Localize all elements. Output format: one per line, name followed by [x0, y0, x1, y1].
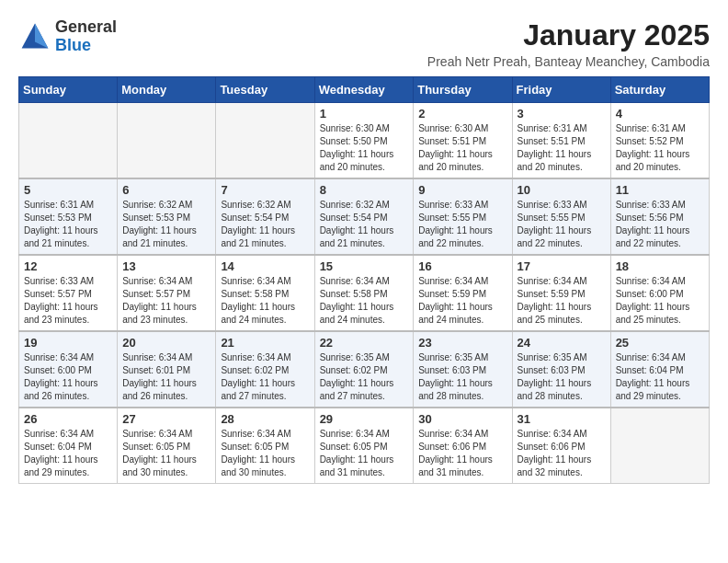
day-number: 8 [320, 183, 409, 197]
day-info: Sunrise: 6:34 AM Sunset: 6:04 PM Dayligh… [616, 351, 704, 403]
calendar-cell: 25Sunrise: 6:34 AM Sunset: 6:04 PM Dayli… [610, 331, 709, 408]
calendar-cell: 2Sunrise: 6:30 AM Sunset: 5:51 PM Daylig… [414, 103, 512, 179]
day-number: 16 [418, 259, 506, 273]
day-info: Sunrise: 6:34 AM Sunset: 6:06 PM Dayligh… [518, 428, 606, 479]
calendar-cell: 30Sunrise: 6:34 AM Sunset: 6:06 PM Dayli… [414, 408, 512, 484]
calendar-cell: 4Sunrise: 6:31 AM Sunset: 5:52 PM Daylig… [610, 103, 709, 179]
day-info: Sunrise: 6:33 AM Sunset: 5:57 PM Dayligh… [24, 275, 112, 327]
day-info: Sunrise: 6:33 AM Sunset: 5:55 PM Dayligh… [418, 199, 506, 250]
calendar-table: SundayMondayTuesdayWednesdayThursdayFrid… [18, 76, 710, 484]
calendar-cell: 14Sunrise: 6:34 AM Sunset: 5:58 PM Dayli… [216, 255, 314, 331]
day-number: 27 [122, 412, 210, 426]
calendar-cell: 22Sunrise: 6:35 AM Sunset: 6:02 PM Dayli… [314, 331, 414, 408]
day-number: 4 [616, 107, 704, 121]
day-info: Sunrise: 6:31 AM Sunset: 5:53 PM Dayligh… [24, 199, 112, 250]
day-number: 2 [418, 107, 506, 121]
calendar-cell: 20Sunrise: 6:34 AM Sunset: 6:01 PM Dayli… [118, 331, 216, 408]
day-number: 11 [616, 183, 704, 197]
calendar-cell: 6Sunrise: 6:32 AM Sunset: 5:53 PM Daylig… [118, 178, 216, 255]
day-number: 31 [518, 412, 606, 426]
day-info: Sunrise: 6:30 AM Sunset: 5:51 PM Dayligh… [418, 122, 506, 174]
day-info: Sunrise: 6:33 AM Sunset: 5:56 PM Dayligh… [616, 199, 704, 250]
day-number: 5 [24, 183, 112, 197]
calendar-cell: 17Sunrise: 6:34 AM Sunset: 5:59 PM Dayli… [512, 255, 610, 331]
day-number: 9 [418, 183, 506, 197]
weekday-header-saturday: Saturday [610, 77, 709, 103]
calendar-cell: 3Sunrise: 6:31 AM Sunset: 5:51 PM Daylig… [512, 103, 610, 179]
calendar-cell: 9Sunrise: 6:33 AM Sunset: 5:55 PM Daylig… [414, 178, 512, 255]
calendar-cell: 5Sunrise: 6:31 AM Sunset: 5:53 PM Daylig… [19, 178, 118, 255]
day-number: 26 [24, 412, 112, 426]
logo-text: General Blue [55, 18, 117, 55]
day-info: Sunrise: 6:31 AM Sunset: 5:52 PM Dayligh… [616, 122, 704, 174]
weekday-header-monday: Monday [118, 77, 216, 103]
day-info: Sunrise: 6:34 AM Sunset: 5:58 PM Dayligh… [221, 275, 309, 327]
day-number: 24 [518, 336, 606, 350]
calendar-cell [610, 408, 709, 484]
day-info: Sunrise: 6:34 AM Sunset: 6:04 PM Dayligh… [24, 428, 112, 479]
calendar-cell: 19Sunrise: 6:34 AM Sunset: 6:00 PM Dayli… [19, 331, 118, 408]
day-number: 7 [221, 183, 309, 197]
calendar-cell [19, 103, 118, 179]
day-number: 15 [320, 259, 409, 273]
calendar-week-row: 5Sunrise: 6:31 AM Sunset: 5:53 PM Daylig… [19, 178, 710, 255]
page-header: General Blue January 2025 Preah Netr Pre… [18, 18, 710, 69]
day-number: 22 [320, 336, 409, 350]
calendar-cell: 11Sunrise: 6:33 AM Sunset: 5:56 PM Dayli… [610, 178, 709, 255]
day-number: 17 [518, 259, 606, 273]
day-info: Sunrise: 6:32 AM Sunset: 5:54 PM Dayligh… [320, 199, 409, 250]
day-info: Sunrise: 6:32 AM Sunset: 5:53 PM Dayligh… [122, 199, 210, 250]
logo-icon [18, 20, 51, 53]
weekday-header-thursday: Thursday [414, 77, 512, 103]
day-info: Sunrise: 6:34 AM Sunset: 6:00 PM Dayligh… [616, 275, 704, 327]
calendar-cell: 18Sunrise: 6:34 AM Sunset: 6:00 PM Dayli… [610, 255, 709, 331]
day-info: Sunrise: 6:34 AM Sunset: 5:57 PM Dayligh… [122, 275, 210, 327]
calendar-cell: 8Sunrise: 6:32 AM Sunset: 5:54 PM Daylig… [314, 178, 414, 255]
day-info: Sunrise: 6:32 AM Sunset: 5:54 PM Dayligh… [221, 199, 309, 250]
day-info: Sunrise: 6:34 AM Sunset: 6:06 PM Dayligh… [418, 428, 506, 479]
calendar-cell: 7Sunrise: 6:32 AM Sunset: 5:54 PM Daylig… [216, 178, 314, 255]
day-number: 20 [122, 336, 210, 350]
weekday-header-row: SundayMondayTuesdayWednesdayThursdayFrid… [19, 77, 710, 103]
day-info: Sunrise: 6:34 AM Sunset: 6:05 PM Dayligh… [122, 428, 210, 479]
day-number: 18 [616, 259, 704, 273]
day-info: Sunrise: 6:34 AM Sunset: 5:59 PM Dayligh… [418, 275, 506, 327]
day-info: Sunrise: 6:35 AM Sunset: 6:03 PM Dayligh… [418, 351, 506, 403]
day-number: 3 [518, 107, 606, 121]
calendar-week-row: 1Sunrise: 6:30 AM Sunset: 5:50 PM Daylig… [19, 103, 710, 179]
day-info: Sunrise: 6:34 AM Sunset: 6:00 PM Dayligh… [24, 351, 112, 403]
calendar-cell: 28Sunrise: 6:34 AM Sunset: 6:05 PM Dayli… [216, 408, 314, 484]
day-number: 6 [122, 183, 210, 197]
day-number: 30 [418, 412, 506, 426]
day-number: 28 [221, 412, 309, 426]
calendar-cell: 15Sunrise: 6:34 AM Sunset: 5:58 PM Dayli… [314, 255, 414, 331]
day-info: Sunrise: 6:35 AM Sunset: 6:02 PM Dayligh… [320, 351, 409, 403]
day-number: 10 [518, 183, 606, 197]
calendar-cell [118, 103, 216, 179]
logo-blue: Blue [55, 37, 117, 55]
title-block: January 2025 Preah Netr Preah, Banteay M… [427, 18, 710, 69]
weekday-header-wednesday: Wednesday [314, 77, 414, 103]
logo-general: General [55, 18, 117, 37]
day-number: 14 [221, 259, 309, 273]
calendar-cell: 23Sunrise: 6:35 AM Sunset: 6:03 PM Dayli… [414, 331, 512, 408]
weekday-header-sunday: Sunday [19, 77, 118, 103]
day-number: 23 [418, 336, 506, 350]
calendar-cell: 24Sunrise: 6:35 AM Sunset: 6:03 PM Dayli… [512, 331, 610, 408]
day-info: Sunrise: 6:35 AM Sunset: 6:03 PM Dayligh… [518, 351, 606, 403]
day-number: 12 [24, 259, 112, 273]
day-number: 1 [320, 107, 409, 121]
day-info: Sunrise: 6:34 AM Sunset: 6:05 PM Dayligh… [221, 428, 309, 479]
calendar-week-row: 12Sunrise: 6:33 AM Sunset: 5:57 PM Dayli… [19, 255, 710, 331]
weekday-header-friday: Friday [512, 77, 610, 103]
calendar-cell: 12Sunrise: 6:33 AM Sunset: 5:57 PM Dayli… [19, 255, 118, 331]
logo: General Blue [18, 18, 117, 55]
calendar-cell: 27Sunrise: 6:34 AM Sunset: 6:05 PM Dayli… [118, 408, 216, 484]
day-info: Sunrise: 6:31 AM Sunset: 5:51 PM Dayligh… [518, 122, 606, 174]
calendar-cell [216, 103, 314, 179]
day-info: Sunrise: 6:34 AM Sunset: 5:59 PM Dayligh… [518, 275, 606, 327]
weekday-header-tuesday: Tuesday [216, 77, 314, 103]
month-title: January 2025 [427, 18, 710, 52]
calendar-cell: 13Sunrise: 6:34 AM Sunset: 5:57 PM Dayli… [118, 255, 216, 331]
day-info: Sunrise: 6:34 AM Sunset: 6:05 PM Dayligh… [320, 428, 409, 479]
